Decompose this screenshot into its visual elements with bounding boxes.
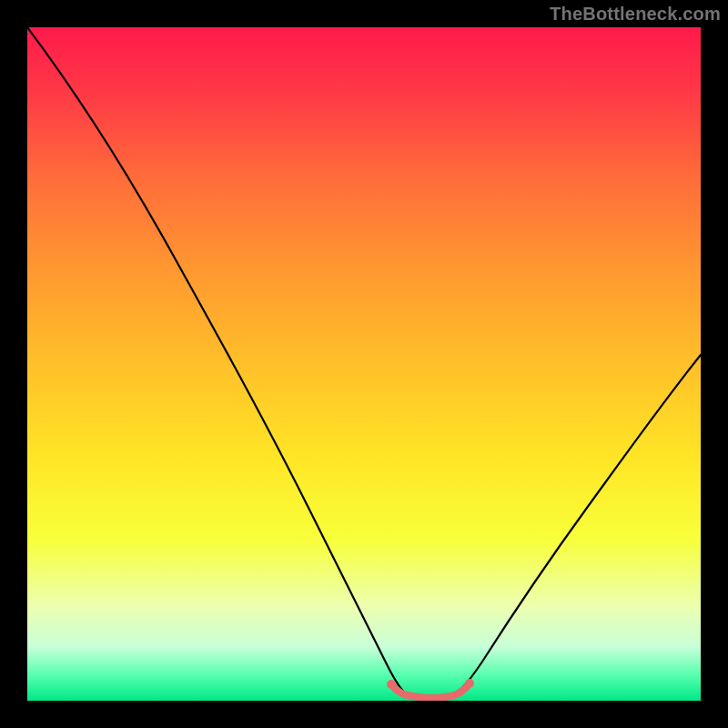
bottleneck-curve	[27, 27, 701, 695]
bottleneck-zone-marker	[391, 683, 470, 698]
chart-frame: TheBottleneck.com	[0, 0, 728, 728]
zone-marker-dot-left	[387, 680, 396, 689]
zone-marker-dot-right	[465, 679, 474, 688]
watermark-text: TheBottleneck.com	[550, 4, 721, 25]
plot-area	[27, 27, 701, 701]
curve-layer	[27, 27, 701, 701]
